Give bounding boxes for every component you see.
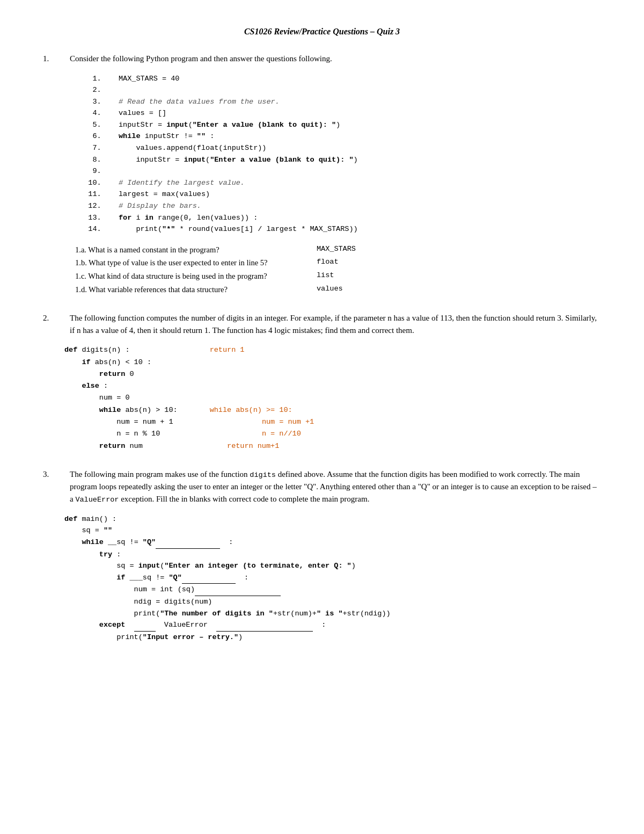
page-title: CS1026 Review/Practice Questions – Quiz … xyxy=(43,27,601,37)
q1d-row: 1.d. What variable references that data … xyxy=(75,283,601,296)
q1d-label: 1.d. What variable references that data … xyxy=(75,283,311,296)
question-1: 1. Consider the following Python program… xyxy=(43,53,601,296)
q1c-row: 1.c. What kind of data structure is bein… xyxy=(75,270,601,283)
q2-right-code: return 1 while abs(n) >= 10: num = num +… xyxy=(210,344,314,452)
q1c-label: 1.c. What kind of data structure is bein… xyxy=(75,270,311,283)
q1b-row: 1.b. What type of value is the user expe… xyxy=(75,256,601,270)
q1a-row: 1.a. What is a named constant in the pro… xyxy=(75,243,601,257)
q1-code: 1. MAX_STARS = 40 2. 3. # Read the data … xyxy=(75,73,601,235)
q3-number: 3. xyxy=(43,468,59,505)
q2-code-cols: def digits(n) : if abs(n) < 10 : return … xyxy=(64,344,601,452)
question-3: 3. The following main program makes use … xyxy=(43,468,601,643)
q1b-answer: float xyxy=(317,256,339,270)
q2-left-code: def digits(n) : if abs(n) < 10 : return … xyxy=(64,344,178,452)
q1-text: Consider the following Python program an… xyxy=(70,53,332,65)
q3-code: def main() : sq = "" while __sq != "Q" :… xyxy=(64,513,601,643)
question-2: 2. The following function computes the n… xyxy=(43,312,601,452)
q2-number: 2. xyxy=(43,312,59,336)
q1-answers: 1.a. What is a named constant in the pro… xyxy=(75,243,601,296)
q1c-answer: list xyxy=(317,270,334,283)
q1-number: 1. xyxy=(43,53,59,65)
q1a-answer: MAX_STARS xyxy=(317,243,356,257)
q1b-label: 1.b. What type of value is the user expe… xyxy=(75,256,311,270)
q1a-label: 1.a. What is a named constant in the pro… xyxy=(75,243,311,257)
q1d-answer: values xyxy=(317,283,343,296)
q2-text: The following function computes the numb… xyxy=(70,312,601,336)
q3-text: The following main program makes use of … xyxy=(70,468,601,505)
